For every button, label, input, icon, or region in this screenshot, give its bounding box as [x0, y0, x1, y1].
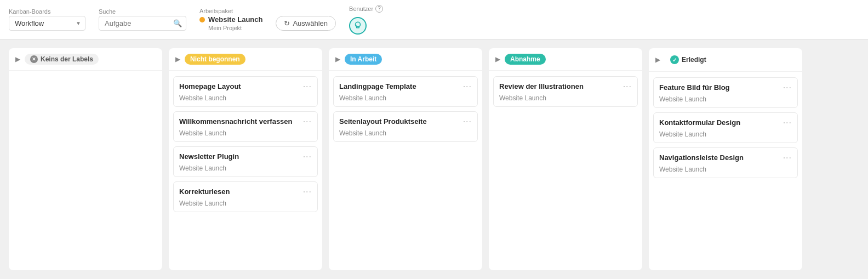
kanban-boards-group: Kanban-Boards Workflow ▼ — [9, 8, 85, 31]
card-nicht-1[interactable]: Willkommensnachricht verfassen ··· Websi… — [173, 111, 318, 142]
card-sub: Website Launch — [339, 94, 472, 102]
card-title: Review der Illustrationen — [499, 82, 623, 92]
column-header-nicht: ▶ Nicht begonnen — [169, 48, 322, 71]
card-nicht-0[interactable]: Homepage Layout ··· Website Launch — [173, 76, 318, 107]
card-header: Seitenlayout Produktseite ··· — [339, 117, 472, 127]
refresh-icon: ↻ — [284, 19, 290, 27]
card-menu-icon[interactable]: ··· — [623, 82, 632, 91]
help-icon[interactable]: ? — [375, 5, 383, 13]
kanban-select[interactable]: Workflow — [9, 16, 85, 31]
card-title: Feature Bild für Blog — [659, 83, 783, 93]
column-none: ▶ ✕Keins der Labels — [9, 48, 162, 270]
card-header: Homepage Layout ··· — [179, 82, 312, 92]
card-header: Navigationsleiste Design ··· — [659, 153, 792, 163]
card-sub: Website Launch — [659, 130, 792, 138]
card-title: Willkommensnachricht verfassen — [179, 117, 303, 127]
kanban-select-wrapper: Workflow ▼ — [9, 16, 85, 31]
column-cards-nicht: Homepage Layout ··· Website Launch Willk… — [169, 71, 322, 218]
expand-icon-abnahme[interactable]: ▶ — [495, 55, 500, 63]
ap-sub: Mein Projekt — [208, 25, 262, 31]
card-title: Navigationsleiste Design — [659, 153, 783, 163]
column-header-arbeit: ▶ In Arbeit — [329, 48, 482, 71]
card-erledigt-2[interactable]: Navigationsleiste Design ··· Website Lau… — [653, 147, 798, 178]
expand-icon-none[interactable]: ▶ — [15, 55, 20, 63]
kanban-board: ▶ ✕Keins der Labels ▶ Nicht begonnen Hom… — [0, 39, 868, 279]
card-sub: Website Launch — [499, 94, 632, 102]
expand-icon-nicht[interactable]: ▶ — [175, 55, 180, 63]
expand-icon-arbeit[interactable]: ▶ — [335, 55, 340, 63]
card-menu-icon[interactable]: ··· — [463, 117, 472, 126]
card-header: Feature Bild für Blog ··· — [659, 83, 792, 93]
column-cards-arbeit: Landingpage Template ··· Website Launch … — [329, 71, 482, 147]
column-nicht: ▶ Nicht begonnen Homepage Layout ··· Web… — [169, 48, 322, 270]
column-badge-nicht: Nicht begonnen — [185, 54, 245, 65]
benutzer-group: Benutzer ? — [349, 5, 383, 35]
search-icon: 🔍 — [173, 19, 182, 27]
suche-label: Suche — [99, 8, 186, 15]
column-badge-arbeit: In Arbeit — [345, 54, 382, 65]
check-icon: ✓ — [670, 55, 679, 64]
card-header: Willkommensnachricht verfassen ··· — [179, 117, 312, 127]
column-cards-erledigt: Feature Bild für Blog ··· Website Launch… — [649, 72, 802, 184]
card-menu-icon[interactable]: ··· — [783, 118, 792, 127]
card-sub: Website Launch — [659, 95, 792, 103]
card-menu-icon[interactable]: ··· — [303, 187, 312, 196]
card-title: Newsletter Plugin — [179, 152, 303, 162]
card-menu-icon[interactable]: ··· — [303, 152, 312, 161]
card-header: Landingpage Template ··· — [339, 82, 472, 92]
card-title: Landingpage Template — [339, 82, 463, 92]
column-badge-none: ✕Keins der Labels — [25, 54, 99, 65]
column-cards-none — [9, 71, 162, 82]
toolbar: Kanban-Boards Workflow ▼ Suche 🔍 Arbeits… — [0, 0, 868, 39]
card-title: Korrekturlesen — [179, 187, 303, 197]
suche-group: Suche 🔍 — [99, 8, 186, 31]
card-sub: Website Launch — [339, 129, 472, 137]
card-arbeit-1[interactable]: Seitenlayout Produktseite ··· Website La… — [333, 111, 478, 142]
card-header: Review der Illustrationen ··· — [499, 82, 632, 92]
column-badge-erledigt: ✓Erledigt — [665, 54, 712, 66]
card-sub: Website Launch — [179, 129, 312, 137]
column-header-abnahme: ▶ Abnahme — [489, 48, 642, 71]
auswahlen-label: Auswählen — [293, 19, 328, 27]
card-menu-icon[interactable]: ··· — [303, 117, 312, 126]
arbeitspaket-content: Website Launch — [199, 15, 262, 24]
arbeitspaket-group: Arbeitspaket Website Launch Mein Projekt — [199, 8, 262, 31]
card-sub: Website Launch — [179, 164, 312, 172]
status-dot-orange — [199, 17, 205, 22]
card-header: Newsletter Plugin ··· — [179, 152, 312, 162]
card-title: Kontaktformular Design — [659, 118, 783, 128]
card-erledigt-1[interactable]: Kontaktformular Design ··· Website Launc… — [653, 112, 798, 143]
card-arbeit-0[interactable]: Landingpage Template ··· Website Launch — [333, 76, 478, 107]
card-abnahme-0[interactable]: Review der Illustrationen ··· Website La… — [493, 76, 638, 107]
card-menu-icon[interactable]: ··· — [783, 83, 792, 92]
card-menu-icon[interactable]: ··· — [783, 153, 792, 162]
column-arbeit: ▶ In Arbeit Landingpage Template ··· Web… — [329, 48, 482, 270]
column-cards-abnahme: Review der Illustrationen ··· Website La… — [489, 71, 642, 112]
card-title: Homepage Layout — [179, 82, 303, 92]
card-nicht-2[interactable]: Newsletter Plugin ··· Website Launch — [173, 146, 318, 177]
benutzer-label: Benutzer — [349, 5, 373, 12]
card-sub: Website Launch — [179, 94, 312, 102]
auswahlen-button[interactable]: ↻ Auswählen — [276, 16, 336, 31]
card-header: Korrekturlesen ··· — [179, 187, 312, 197]
kanban-label: Kanban-Boards — [9, 8, 85, 15]
card-nicht-3[interactable]: Korrekturlesen ··· Website Launch — [173, 181, 318, 212]
arbeitspaket-label: Arbeitspaket — [199, 8, 262, 14]
expand-icon-erledigt[interactable]: ▶ — [655, 56, 660, 64]
column-badge-abnahme: Abnahme — [505, 54, 546, 65]
card-sub: Website Launch — [179, 200, 312, 207]
column-erledigt: ▶ ✓Erledigt Feature Bild für Blog ··· We… — [649, 48, 802, 270]
ap-name: Website Launch — [208, 15, 262, 24]
card-title: Seitenlayout Produktseite — [339, 117, 463, 127]
card-menu-icon[interactable]: ··· — [463, 82, 472, 91]
card-header: Kontaktformular Design ··· — [659, 118, 792, 128]
x-icon: ✕ — [30, 55, 38, 63]
benutzer-label-row: Benutzer ? — [349, 5, 383, 13]
card-erledigt-0[interactable]: Feature Bild für Blog ··· Website Launch — [653, 77, 798, 108]
card-sub: Website Launch — [659, 166, 792, 173]
column-header-erledigt: ▶ ✓Erledigt — [649, 48, 802, 72]
card-menu-icon[interactable]: ··· — [303, 82, 312, 91]
search-wrapper: 🔍 — [99, 16, 186, 31]
user-avatar-button[interactable] — [349, 17, 367, 35]
column-header-none: ▶ ✕Keins der Labels — [9, 48, 162, 71]
